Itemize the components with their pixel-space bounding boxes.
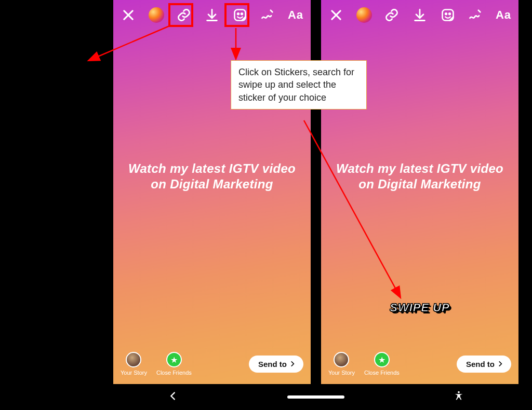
story-editor-left: Aa Watch my latest IGTV video on Digital… (113, 0, 311, 384)
close-friends-label: Close Friends (364, 370, 400, 376)
download-icon[interactable] (203, 6, 221, 24)
share-bar: Your Story ★ Close Friends Send to (321, 352, 518, 376)
story-editor-right: Aa Watch my latest IGTV video on Digital… (321, 0, 518, 384)
home-pill-icon[interactable] (287, 395, 344, 399)
svg-point-4 (445, 13, 447, 15)
text-tool-label: Aa (496, 8, 511, 22)
send-to-label: Send to (258, 360, 287, 368)
link-icon[interactable] (383, 6, 401, 24)
send-to-label: Send to (466, 360, 495, 368)
annotation-callout: Click on Stickers, search for swipe up a… (231, 60, 367, 110)
story-body-text[interactable]: Watch my latest IGTV video on Digital Ma… (127, 161, 297, 192)
back-icon[interactable] (167, 390, 179, 404)
close-friends-button[interactable]: ★ Close Friends (156, 352, 192, 376)
camera-circle-icon[interactable] (355, 6, 373, 24)
your-story-label: Your Story (328, 370, 355, 376)
star-icon: ★ (166, 352, 182, 367)
sticker-icon[interactable] (439, 6, 457, 24)
text-icon[interactable]: Aa (495, 6, 512, 24)
callout-text: Click on Stickers, search for swipe up a… (238, 67, 354, 103)
chevron-right-icon (289, 360, 296, 367)
sticker-icon[interactable] (231, 6, 249, 24)
share-bar: Your Story ★ Close Friends Send to (113, 352, 311, 376)
close-icon[interactable] (119, 6, 137, 24)
close-icon[interactable] (327, 6, 345, 24)
svg-point-1 (237, 13, 239, 15)
close-friends-label: Close Friends (156, 370, 192, 376)
story-toolbar: Aa (321, 0, 518, 27)
accessibility-icon[interactable] (453, 390, 464, 404)
download-icon[interactable] (411, 6, 429, 24)
story-body-text[interactable]: Watch my latest IGTV video on Digital Ma… (335, 161, 505, 192)
your-story-label: Your Story (121, 370, 147, 376)
svg-point-5 (449, 13, 450, 15)
swipe-up-sticker[interactable]: SWIPE UP (390, 301, 450, 315)
svg-point-10 (458, 391, 460, 393)
close-friends-button[interactable]: ★ Close Friends (364, 352, 400, 376)
link-icon[interactable] (175, 6, 193, 24)
send-to-button[interactable]: Send to (249, 356, 303, 373)
text-icon[interactable]: Aa (287, 6, 304, 24)
star-icon: ★ (374, 352, 390, 367)
text-tool-label: Aa (288, 8, 303, 22)
your-story-button[interactable]: Your Story (328, 352, 355, 376)
android-navbar (113, 384, 518, 410)
camera-circle-icon[interactable] (148, 6, 165, 24)
story-toolbar: Aa (113, 0, 311, 27)
your-story-button[interactable]: Your Story (121, 352, 147, 376)
avatar (334, 352, 349, 367)
avatar (126, 352, 141, 367)
send-to-button[interactable]: Send to (457, 356, 511, 373)
draw-icon[interactable] (259, 6, 276, 24)
svg-point-2 (241, 13, 243, 15)
draw-icon[interactable] (467, 6, 484, 24)
chevron-right-icon (497, 360, 504, 367)
